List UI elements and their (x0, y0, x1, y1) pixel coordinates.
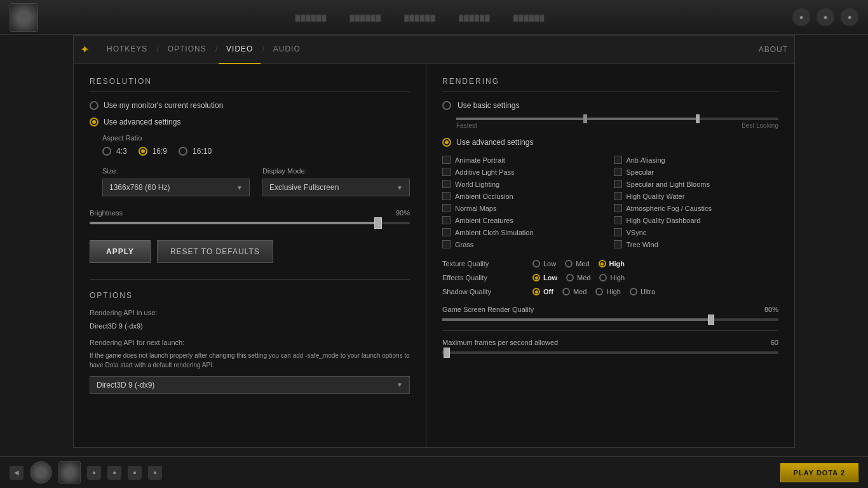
top-nav-item-5[interactable]: ▓▓▓▓▓▓ (508, 11, 550, 24)
checkbox-normal-maps-box[interactable] (442, 204, 451, 212)
aspect-1610-group[interactable]: 16:10 (179, 147, 212, 156)
nav-about[interactable]: ABOUT (759, 45, 788, 54)
top-nav-item-3[interactable]: ▓▓▓▓▓▓ (399, 11, 441, 24)
shadow-high-option[interactable]: High (595, 288, 621, 295)
bottom-icon-2[interactable]: ● (107, 466, 121, 480)
bottom-icon-3[interactable]: ● (128, 466, 142, 480)
render-slider-track[interactable] (442, 318, 778, 321)
checkbox-high-quality-dashboard[interactable]: High Quality Dashboard (614, 216, 779, 224)
checkbox-grass[interactable]: Grass (442, 240, 607, 248)
shadow-off-radio[interactable] (532, 288, 540, 295)
shadow-med-option[interactable]: Med (562, 288, 587, 295)
quality-slider-thumb-2[interactable] (696, 114, 700, 123)
aspect-43-group[interactable]: 4:3 (102, 147, 127, 156)
size-dropdown[interactable]: 868x488 (60 Hz) ▼ (102, 179, 250, 196)
render-slider-thumb[interactable] (708, 315, 714, 325)
checkbox-anti-aliasing-box[interactable] (614, 156, 622, 164)
checkbox-additive-light[interactable]: Additive Light Pass (442, 168, 607, 176)
checkbox-world-lighting-box[interactable] (442, 180, 451, 188)
aspect-169-radio[interactable] (139, 147, 147, 156)
bottom-icon-4[interactable]: ● (148, 466, 162, 480)
checkbox-tree-wind[interactable]: Tree Wind (614, 240, 779, 248)
top-icon-3[interactable]: ● (841, 8, 858, 26)
checkbox-high-quality-water-box[interactable] (614, 192, 622, 200)
display-mode-dropdown[interactable]: Exclusive Fullscreen ▼ (262, 179, 410, 196)
quality-slider-thumb-1[interactable] (583, 114, 587, 123)
texture-high-option[interactable]: High (599, 260, 625, 268)
checkbox-vsync-box[interactable] (614, 228, 622, 236)
top-icon-1[interactable]: ● (792, 8, 810, 26)
nav-video[interactable]: VIDEO (219, 36, 261, 64)
checkbox-animate-portrait-box[interactable] (442, 156, 451, 164)
checkbox-grass-box[interactable] (442, 240, 451, 248)
shadow-ultra-radio[interactable] (630, 288, 637, 295)
checkbox-ambient-creatures[interactable]: Ambient Creatures (442, 216, 607, 224)
texture-med-option[interactable]: Med (565, 260, 589, 268)
radio-basic[interactable] (442, 101, 451, 110)
texture-med-radio[interactable] (565, 260, 573, 268)
checkbox-ambient-cloth[interactable]: Ambient Cloth Simulation (442, 228, 607, 236)
effects-med-radio[interactable] (566, 274, 574, 281)
bottom-icon-1[interactable]: ● (87, 466, 101, 480)
checkbox-tree-wind-box[interactable] (614, 240, 622, 248)
top-nav-item-4[interactable]: ▓▓▓▓▓▓ (454, 11, 496, 24)
top-nav-item-2[interactable]: ▓▓▓▓▓▓ (344, 11, 386, 24)
checkbox-world-lighting[interactable]: World Lighting (442, 180, 607, 188)
effects-med-option[interactable]: Med (566, 274, 590, 281)
shadow-ultra-option[interactable]: Ultra (630, 288, 655, 295)
checkbox-high-quality-water[interactable]: High Quality Water (614, 192, 779, 200)
brightness-slider-track[interactable] (90, 222, 410, 224)
top-nav-item-1[interactable]: ▓▓▓▓▓▓ (290, 11, 332, 24)
texture-low-radio[interactable] (532, 260, 540, 268)
brightness-slider-thumb[interactable] (374, 217, 382, 229)
frames-slider-track[interactable] (442, 351, 778, 354)
checkbox-ambient-cloth-box[interactable] (442, 228, 451, 236)
checkbox-vsync[interactable]: VSync (614, 228, 779, 236)
checkbox-specular[interactable]: Specular (614, 168, 779, 176)
checkbox-ambient-occlusion[interactable]: Ambient Occlusion (442, 192, 607, 200)
aspect-1610-radio[interactable] (179, 147, 187, 156)
checkbox-high-quality-dashboard-box[interactable] (614, 216, 622, 224)
texture-high-radio[interactable] (599, 260, 606, 268)
radio-rendering-advanced[interactable] (442, 138, 451, 147)
apply-button[interactable]: APPLY (90, 240, 151, 263)
bottom-icon-arrow[interactable]: ◀ (10, 466, 24, 480)
settings-icon[interactable]: ✦ (80, 43, 90, 57)
effects-low-radio[interactable] (532, 274, 540, 281)
texture-low-option[interactable]: Low (532, 260, 556, 268)
checkbox-additive-light-box[interactable] (442, 168, 451, 176)
checkbox-anti-aliasing[interactable]: Anti-Aliasing (614, 156, 779, 164)
checkbox-specular-light-blooms[interactable]: Specular and Light Blooms (614, 180, 779, 188)
radio-rendering-advanced-group[interactable]: Use advanced settings (442, 138, 778, 147)
effects-high-radio[interactable] (599, 274, 607, 281)
aspect-169-group[interactable]: 16:9 (139, 147, 167, 156)
top-icon-2[interactable]: ● (817, 8, 834, 26)
checkbox-atmospheric-fog-box[interactable] (614, 204, 622, 212)
nav-audio[interactable]: AUDIO (266, 36, 308, 64)
nav-hotkeys[interactable]: HOTKEYS (99, 36, 155, 64)
shadow-high-radio[interactable] (595, 288, 603, 295)
nav-options[interactable]: OPTIONS (160, 36, 214, 64)
shadow-med-radio[interactable] (562, 288, 570, 295)
effects-high-option[interactable]: High (599, 274, 625, 281)
checkbox-normal-maps[interactable]: Normal Maps (442, 204, 607, 212)
radio-advanced-group[interactable]: Use advanced settings (90, 118, 410, 126)
checkbox-atmospheric-fog[interactable]: Atmospheric Fog / Caustics (614, 204, 779, 212)
aspect-43-radio[interactable] (102, 147, 111, 156)
effects-low-option[interactable]: Low (532, 274, 557, 281)
api-dropdown[interactable]: Direct3D 9 (-dx9) ▼ (90, 376, 410, 394)
checkbox-specular-light-blooms-box[interactable] (614, 180, 622, 188)
checkbox-animate-portrait[interactable]: Animate Portrait (442, 156, 607, 164)
checkbox-ambient-occlusion-box[interactable] (442, 192, 451, 200)
checkbox-specular-box[interactable] (614, 168, 622, 176)
quality-slider-track[interactable] (456, 118, 778, 120)
frames-slider-thumb[interactable] (444, 348, 450, 358)
radio-monitor[interactable] (90, 101, 98, 110)
checkbox-ambient-creatures-box[interactable] (442, 216, 451, 224)
checkbox-grass-label: Grass (455, 241, 473, 248)
reset-button[interactable]: RESET TO DEFAULTS (157, 240, 273, 263)
play-button[interactable]: PLAY DOTA 2 (780, 463, 858, 482)
radio-monitor-group[interactable]: Use my monitor's current resolution (90, 101, 410, 110)
shadow-off-option[interactable]: Off (532, 288, 553, 295)
radio-advanced[interactable] (90, 118, 98, 126)
